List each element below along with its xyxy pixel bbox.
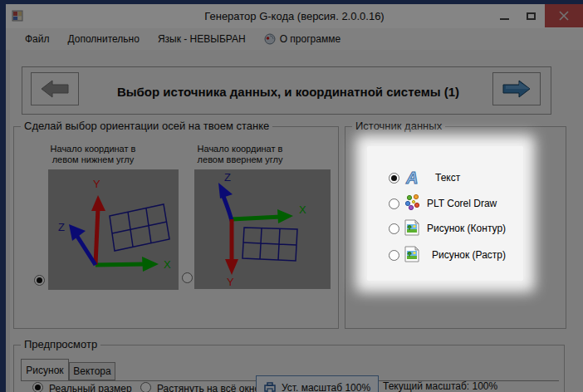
picture-icon (404, 219, 419, 236)
source-option-raster[interactable]: Рисунок (Растр) (367, 245, 523, 265)
text-radio[interactable] (389, 173, 399, 184)
raster-radio[interactable] (389, 250, 399, 261)
source-option-contour[interactable]: Рисунок (Контур) (367, 218, 523, 238)
contour-radio[interactable] (389, 223, 399, 234)
source-option-plt[interactable]: PLT Corel Draw (367, 194, 523, 213)
text-icon: A (404, 169, 424, 187)
source-option-text[interactable]: A Текст (367, 168, 523, 188)
picture-icon (404, 246, 419, 262)
svg-text:A: A (405, 169, 418, 187)
app-window: Генератор G-кода (версия. 2.0.0.16) Файл… (0, 0, 583, 392)
corel-dots-icon (404, 194, 421, 211)
plt-radio[interactable] (389, 198, 399, 209)
data-source-options: A Текст PLT Corel Draw (367, 146, 523, 281)
